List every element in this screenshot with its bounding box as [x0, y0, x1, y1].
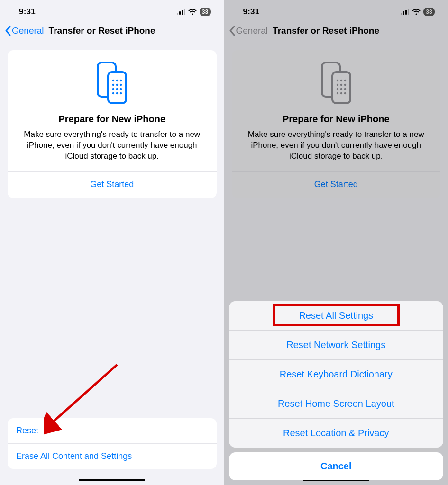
svg-point-32	[340, 88, 342, 90]
svg-line-18	[51, 365, 117, 424]
back-button[interactable]: General	[5, 26, 44, 36]
home-indicator[interactable]	[79, 479, 145, 481]
svg-rect-3	[184, 9, 185, 15]
card-description: Make sure everything's ready to transfer…	[240, 129, 432, 171]
sheet-reset-keyboard-dictionary[interactable]: Reset Keyboard Dictionary	[229, 359, 444, 389]
card-title: Prepare for New iPhone	[16, 114, 208, 125]
svg-rect-21	[405, 10, 407, 15]
svg-point-17	[120, 92, 122, 94]
svg-rect-1	[179, 11, 181, 15]
screen-right: 9:31 33 General Transfer or Reset iPhone	[224, 0, 448, 485]
cellular-icon	[401, 9, 409, 15]
wifi-icon	[188, 9, 197, 15]
svg-point-33	[344, 88, 346, 90]
status-bar: 9:31 33	[224, 0, 448, 24]
status-right: 33	[401, 8, 435, 16]
svg-point-8	[120, 80, 122, 81]
chevron-left-icon	[5, 26, 11, 36]
svg-rect-0	[177, 13, 178, 15]
devices-icon	[16, 62, 208, 105]
sheet-reset-all-settings[interactable]: Reset All Settings	[229, 301, 444, 330]
sheet-reset-location-privacy[interactable]: Reset Location & Privacy	[229, 418, 444, 448]
action-sheet: Reset All Settings Reset Network Setting…	[229, 301, 444, 480]
devices-icon	[240, 62, 432, 105]
page-title: Transfer or Reset iPhone	[49, 26, 155, 36]
status-time: 9:31	[19, 7, 36, 17]
sheet-reset-network-settings[interactable]: Reset Network Settings	[229, 330, 444, 359]
status-right: 33	[177, 8, 211, 16]
status-time: 9:31	[243, 7, 260, 17]
screen-left: 9:31 33 General Transfer or Reset iPhone	[0, 0, 224, 485]
card-title: Prepare for New iPhone	[240, 114, 432, 125]
sheet-reset-home-screen-layout[interactable]: Reset Home Screen Layout	[229, 389, 444, 418]
svg-point-30	[344, 84, 346, 86]
svg-point-34	[337, 92, 338, 94]
svg-point-26	[340, 80, 342, 81]
card-description: Make sure everything's ready to transfer…	[16, 129, 208, 171]
bottom-list: Reset Erase All Content and Settings	[8, 418, 217, 469]
sheet-cancel-button[interactable]: Cancel	[229, 452, 444, 480]
battery-icon: 33	[423, 8, 435, 16]
back-label: General	[12, 26, 44, 36]
svg-point-14	[120, 88, 122, 90]
svg-rect-19	[401, 13, 402, 15]
svg-point-15	[112, 92, 114, 94]
chevron-left-icon	[229, 26, 235, 36]
reset-button[interactable]: Reset	[8, 418, 217, 443]
nav-bar: General Transfer or Reset iPhone	[224, 24, 448, 41]
cellular-icon	[177, 9, 185, 15]
svg-rect-20	[403, 11, 404, 15]
erase-all-button[interactable]: Erase All Content and Settings	[8, 443, 217, 469]
get-started-button[interactable]: Get Started	[240, 172, 432, 198]
wifi-icon	[412, 9, 421, 15]
get-started-button[interactable]: Get Started	[16, 172, 208, 198]
svg-point-16	[116, 92, 118, 94]
svg-point-6	[112, 80, 114, 81]
svg-point-10	[116, 84, 118, 86]
prepare-card: Prepare for New iPhone Make sure everyth…	[8, 50, 217, 198]
status-bar: 9:31 33	[0, 0, 224, 24]
svg-point-12	[112, 88, 114, 90]
svg-point-25	[337, 80, 338, 81]
svg-point-13	[116, 88, 118, 90]
svg-point-29	[340, 84, 342, 86]
battery-icon: 33	[200, 8, 211, 16]
sheet-options: Reset All Settings Reset Network Setting…	[229, 301, 444, 448]
prepare-card: Prepare for New iPhone Make sure everyth…	[232, 50, 441, 198]
back-button[interactable]: General	[229, 26, 268, 36]
svg-rect-22	[408, 9, 409, 15]
svg-rect-24	[332, 72, 350, 103]
svg-point-31	[337, 88, 338, 90]
svg-point-9	[112, 84, 114, 86]
page-title: Transfer or Reset iPhone	[273, 26, 379, 36]
svg-point-27	[344, 80, 346, 81]
svg-point-28	[337, 84, 338, 86]
svg-rect-2	[182, 10, 183, 15]
svg-point-35	[340, 92, 342, 94]
nav-bar: General Transfer or Reset iPhone	[0, 24, 224, 41]
svg-rect-5	[108, 72, 126, 103]
back-label: General	[236, 26, 268, 36]
svg-point-36	[344, 92, 346, 94]
svg-point-7	[116, 80, 118, 81]
svg-point-11	[120, 84, 122, 86]
